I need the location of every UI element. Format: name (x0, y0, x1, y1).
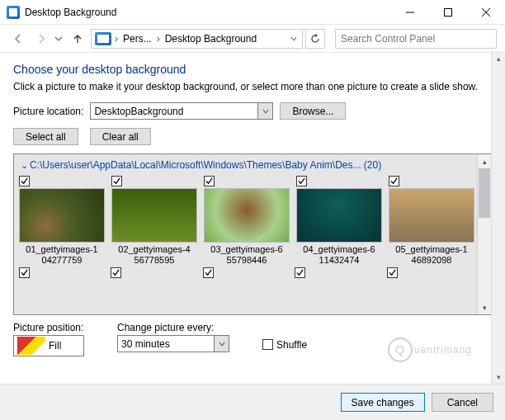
picture-tile[interactable]: 02_gettyimages-4 56778595 (111, 176, 197, 266)
clear-all-button[interactable]: Clear all (90, 128, 151, 145)
cancel-button[interactable]: Cancel (432, 393, 493, 412)
picture-thumbnail[interactable] (19, 188, 105, 243)
picture-name: 01_gettyimages-1 04277759 (19, 244, 105, 266)
back-button[interactable] (8, 29, 28, 49)
picture-checkbox[interactable] (389, 176, 399, 186)
navbar: › Pers... › Desktop Background Search Co… (0, 25, 505, 53)
gallery-group-header[interactable]: ⌄C:\Users\user\AppData\Local\Microsoft\W… (19, 158, 472, 176)
shuffle-checkbox[interactable] (262, 339, 273, 350)
maximize-button[interactable] (429, 0, 467, 24)
breadcrumb[interactable]: › Pers... › Desktop Background (91, 29, 303, 49)
picture-checkbox[interactable] (387, 267, 398, 278)
picture-location-label: Picture location: (13, 106, 83, 117)
picture-checkbox[interactable] (203, 267, 214, 278)
shuffle-label: Shuffle (276, 339, 307, 351)
browse-button[interactable]: Browse... (280, 102, 346, 120)
picture-tile[interactable]: 04_gettyimages-6 11432474 (296, 176, 382, 266)
picture-checkbox[interactable] (296, 176, 307, 186)
refresh-button[interactable] (305, 29, 325, 49)
position-preview-icon (17, 337, 45, 355)
picture-name: 05_gettyimages-1 46892098 (389, 244, 474, 266)
chevron-right-icon: › (155, 33, 162, 45)
select-all-button[interactable]: Select all (13, 128, 78, 145)
minimize-button[interactable] (391, 0, 429, 24)
change-every-dropdown[interactable] (215, 335, 229, 352)
picture-checkbox[interactable] (295, 267, 305, 278)
window-title: Desktop Background (25, 7, 391, 18)
picture-name: 04_gettyimages-6 11432474 (296, 244, 382, 266)
gallery-scrollbar[interactable]: ▴ ▾ (477, 154, 491, 314)
scroll-up-icon[interactable]: ▴ (492, 51, 505, 65)
picture-checkbox[interactable] (204, 176, 215, 186)
picture-location-combo[interactable]: DesktopBackground (90, 102, 258, 120)
titlebar: Desktop Background (0, 0, 505, 25)
picture-checkbox[interactable] (19, 176, 30, 186)
page-subtext: Click a picture to make it your desktop … (13, 81, 492, 92)
picture-tile[interactable]: 01_gettyimages-1 04277759 (19, 176, 105, 266)
picture-tile[interactable]: 03_gettyimages-6 55798446 (204, 176, 290, 266)
breadcrumb-segment[interactable]: Pers... (120, 33, 155, 45)
picture-thumbnail[interactable] (389, 188, 474, 243)
picture-position-combo[interactable]: Fill (13, 335, 84, 356)
scroll-thumb[interactable] (479, 168, 490, 218)
window-scrollbar[interactable]: ▴ ▾ (491, 51, 505, 384)
picture-thumbnail[interactable] (204, 188, 290, 243)
chevron-right-icon: › (113, 33, 120, 45)
scroll-down-icon[interactable]: ▾ (492, 370, 505, 384)
dialog-footer: Save changes Cancel (0, 384, 505, 420)
svg-rect-1 (445, 8, 452, 16)
close-button[interactable] (467, 0, 505, 24)
picture-name: 03_gettyimages-6 55798446 (204, 244, 290, 266)
picture-thumbnail[interactable] (296, 188, 382, 243)
page-heading: Choose your desktop background (13, 63, 492, 76)
picture-name: 02_gettyimages-4 56778595 (111, 244, 197, 266)
picture-checkbox[interactable] (111, 176, 122, 186)
picture-position-label: Picture position: (13, 322, 84, 333)
breadcrumb-dropdown[interactable] (287, 33, 300, 45)
picture-gallery: ⌄C:\Users\user\AppData\Local\Microsoft\W… (13, 153, 492, 315)
scroll-down-icon[interactable]: ▾ (478, 300, 491, 314)
change-every-combo[interactable]: 30 minutes (117, 335, 215, 352)
picture-location-dropdown[interactable] (258, 102, 273, 120)
recent-locations-button[interactable] (54, 35, 64, 43)
search-placeholder: Search Control Panel (341, 33, 435, 45)
forward-button[interactable] (31, 29, 51, 49)
up-button[interactable] (68, 29, 87, 49)
control-panel-icon (95, 32, 111, 45)
app-icon (7, 6, 20, 19)
picture-tile[interactable]: 05_gettyimages-1 46892098 (389, 176, 474, 266)
position-value: Fill (49, 340, 61, 352)
picture-checkbox[interactable] (111, 267, 121, 278)
change-every-label: Change picture every: (117, 322, 229, 333)
scroll-up-icon[interactable]: ▴ (478, 154, 491, 168)
picture-thumbnail[interactable] (111, 188, 197, 243)
breadcrumb-segment[interactable]: Desktop Background (162, 33, 287, 45)
picture-checkbox[interactable] (19, 267, 30, 278)
search-input[interactable]: Search Control Panel (335, 29, 497, 49)
save-changes-button[interactable]: Save changes (341, 393, 425, 412)
